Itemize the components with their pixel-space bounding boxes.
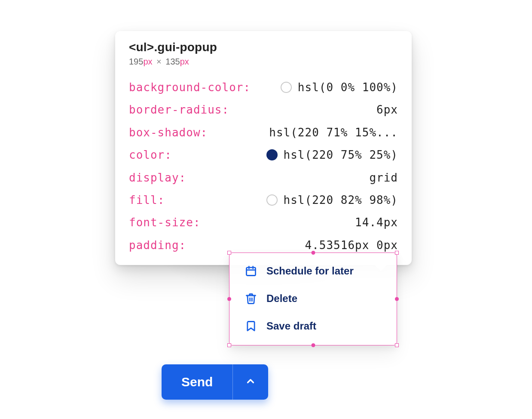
property-name: box-shadow bbox=[129, 125, 201, 140]
property-colon: : bbox=[193, 215, 201, 230]
property-value: 14.4px bbox=[355, 215, 398, 230]
send-split-button: Send bbox=[162, 364, 268, 400]
inspector-property-row: background-color:hsl(0 0% 100%) bbox=[129, 80, 398, 95]
selection-midpoint-icon[interactable] bbox=[311, 251, 315, 255]
property-value-wrap: hsl(220 75% 25%) bbox=[266, 147, 398, 163]
calendar-icon bbox=[245, 265, 257, 277]
property-colon: : bbox=[158, 192, 165, 208]
selection-handle-icon[interactable] bbox=[395, 343, 399, 347]
property-name: fill bbox=[129, 192, 158, 208]
inspector-property-row: display:grid bbox=[129, 170, 398, 185]
selection-midpoint-icon[interactable] bbox=[311, 343, 315, 347]
inspector-selector-tag: <ul> bbox=[129, 40, 154, 54]
element-inspector-tooltip: <ul>.gui-popup 195px × 135px background-… bbox=[115, 31, 412, 265]
color-swatch-icon bbox=[281, 82, 292, 93]
property-value-wrap: 14.4px bbox=[355, 215, 398, 230]
property-colon: : bbox=[201, 125, 208, 140]
property-name: font-size bbox=[129, 215, 193, 230]
send-button[interactable]: Send bbox=[162, 364, 233, 400]
inspector-property-row: padding:4.53516px 0px bbox=[129, 237, 398, 253]
popup-menu-list: Schedule for laterDeleteSave draft bbox=[229, 257, 397, 340]
inspector-height: 135 bbox=[165, 57, 180, 66]
inspector-selector: <ul>.gui-popup bbox=[129, 40, 398, 54]
inspector-selector-class: .gui-popup bbox=[154, 40, 217, 54]
inspector-property-row: box-shadow:hsl(220 71% 15%... bbox=[129, 125, 398, 140]
menu-item-label: Schedule for later bbox=[266, 265, 354, 277]
inspector-property-row: fill:hsl(220 82% 98%) bbox=[129, 192, 398, 208]
property-colon: : bbox=[222, 102, 229, 117]
inspector-dimensions: 195px × 135px bbox=[129, 57, 398, 67]
property-name: padding bbox=[129, 237, 179, 253]
property-name: display bbox=[129, 170, 179, 185]
property-value: hsl(0 0% 100%) bbox=[298, 80, 398, 95]
svg-rect-0 bbox=[247, 268, 256, 276]
trash-icon bbox=[245, 293, 257, 305]
property-value: grid bbox=[369, 170, 398, 185]
property-value: hsl(220 82% 98%) bbox=[284, 192, 398, 208]
menu-item[interactable]: Schedule for later bbox=[229, 257, 397, 285]
property-value: 4.53516px 0px bbox=[305, 237, 398, 253]
property-value: hsl(220 75% 25%) bbox=[284, 147, 398, 163]
bookmark-icon bbox=[245, 320, 257, 332]
property-value-wrap: hsl(0 0% 100%) bbox=[281, 80, 398, 95]
property-value-wrap: 4.53516px 0px bbox=[305, 237, 398, 253]
property-name: border-radius bbox=[129, 102, 222, 117]
selection-handle-icon[interactable] bbox=[395, 251, 399, 255]
menu-item-label: Save draft bbox=[266, 320, 316, 332]
property-colon: : bbox=[179, 237, 187, 253]
property-colon: : bbox=[243, 80, 251, 95]
property-name: background-color bbox=[129, 80, 243, 95]
menu-item[interactable]: Save draft bbox=[229, 312, 397, 340]
property-value-wrap: grid bbox=[369, 170, 398, 185]
color-swatch-icon bbox=[266, 149, 278, 160]
times-glyph: × bbox=[155, 57, 163, 66]
property-value: hsl(220 71% 15%... bbox=[269, 125, 398, 140]
selection-handle-icon[interactable] bbox=[227, 343, 231, 347]
inspector-property-row: border-radius:6px bbox=[129, 102, 398, 117]
inspector-property-row: color:hsl(220 75% 25%) bbox=[129, 147, 398, 163]
px-unit: px bbox=[180, 57, 189, 66]
menu-item[interactable]: Delete bbox=[229, 285, 397, 312]
send-caret-button[interactable] bbox=[233, 364, 268, 400]
property-value-wrap: hsl(220 71% 15%... bbox=[269, 125, 398, 140]
inspector-width: 195 bbox=[129, 57, 143, 66]
selection-midpoint-icon[interactable] bbox=[395, 297, 399, 301]
px-unit: px bbox=[143, 57, 152, 66]
property-colon: : bbox=[165, 147, 172, 163]
chevron-up-icon bbox=[245, 376, 256, 388]
property-colon: : bbox=[179, 170, 187, 185]
gui-popup: Schedule for laterDeleteSave draft bbox=[229, 253, 397, 345]
selection-midpoint-icon[interactable] bbox=[227, 297, 231, 301]
property-value-wrap: 6px bbox=[376, 102, 398, 117]
property-name: color bbox=[129, 147, 165, 163]
color-swatch-icon bbox=[266, 194, 278, 206]
property-value: 6px bbox=[376, 102, 398, 117]
property-value-wrap: hsl(220 82% 98%) bbox=[266, 192, 398, 208]
menu-item-label: Delete bbox=[266, 293, 297, 305]
inspector-properties: background-color:hsl(0 0% 100%)border-ra… bbox=[129, 80, 398, 253]
selection-handle-icon[interactable] bbox=[227, 251, 231, 255]
inspector-property-row: font-size:14.4px bbox=[129, 215, 398, 230]
send-button-label: Send bbox=[181, 375, 213, 389]
